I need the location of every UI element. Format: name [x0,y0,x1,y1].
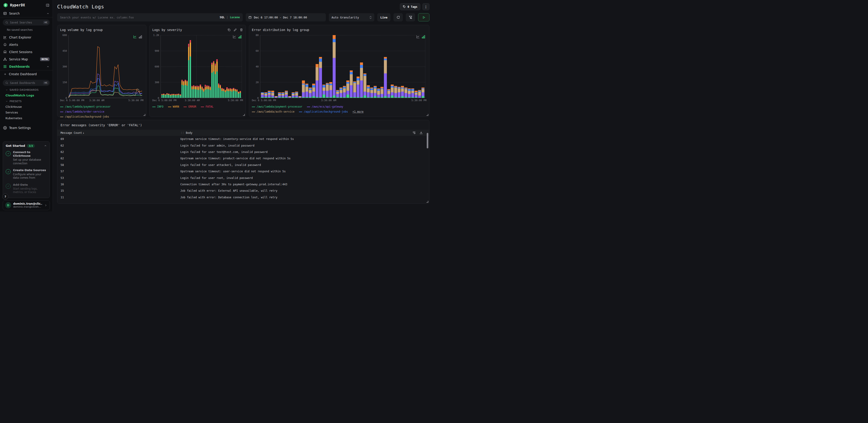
sidebar-item-service-map[interactable]: Service Map BETA [0,56,53,63]
x-axis-label: Dec 6 5:00:00 PM [60,99,84,102]
bar-stack [380,35,383,98]
table-row[interactable]: 57Upstream service timeout: user-service… [57,168,429,175]
bar-stack [360,35,363,98]
refresh-button[interactable] [394,13,403,22]
bar-segment [401,96,404,98]
column-header-message-count[interactable]: Message Count ↓ [57,131,180,135]
table-row[interactable]: 11Job failed with error: Database connec… [57,194,429,201]
sidebar-item-client-sessions[interactable]: Client Sessions [0,48,53,56]
legend-item[interactable]: ERROR [184,104,196,109]
tags-button[interactable]: 0 Tags [400,3,420,10]
sidebar-item-team-settings[interactable]: Team Settings [0,124,53,132]
y-axis-label: 450 [60,50,67,52]
date-range-picker[interactable]: Dec 6 17:00:00 - Dec 7 18:00:00 [246,13,326,22]
saved-dashboards-section-header[interactable]: SAVED DASHBOARDS [0,87,53,92]
bar-stack [322,35,326,98]
bar-segment [391,92,394,95]
sidebar-item-dashboards[interactable]: Dashboards [0,63,53,70]
delete-icon[interactable] [240,28,243,31]
line-view-icon[interactable] [416,35,420,38]
get-started-step-add-data[interactable]: Add Data Start sending logs, metrics, or… [6,183,47,194]
granularity-value: Auto Granularity [332,16,359,19]
resize-handle[interactable] [427,114,428,116]
edit-icon[interactable] [234,28,237,31]
legend-swatch [152,107,156,107]
bar-segment [422,89,425,92]
help-button[interactable]: ? [2,194,8,200]
bar-stack [329,35,332,98]
kebab-menu-button[interactable]: ⋮ [423,3,429,10]
download-icon[interactable] [420,131,423,135]
duplicate-icon[interactable] [227,28,231,31]
table-row[interactable]: 62Login failed for user admin, invalid p… [57,142,429,149]
legend-item[interactable]: /application/background-jobs [299,109,348,114]
bar-segment [387,97,390,98]
table-row[interactable]: 62Upstream service timeout: product-serv… [57,155,429,162]
sidebar-collapse-icon[interactable] [46,3,50,7]
sidebar-item-chart-explorer[interactable]: Chart Explorer [0,34,53,41]
bar-view-icon[interactable] [422,35,425,38]
bar-segment [205,85,206,87]
preset-link-services[interactable]: Services [0,110,53,115]
saved-dashboards-input[interactable]: Saved Dashboards ⌘K [3,80,50,86]
table-row[interactable]: 16Connection timeout after 30s to paymen… [57,181,429,188]
legend-item[interactable]: /aws/lambda/payment-processor [60,104,111,109]
sidebar-item-alerts[interactable]: Alerts [0,41,53,48]
resize-handle[interactable] [144,114,145,116]
legend-item[interactable]: INFO [152,104,163,109]
resize-handle[interactable] [243,114,245,116]
table-row[interactable]: 62Login failed for user test@test.com, i… [57,149,429,155]
table-row[interactable]: 58Login failed for user attacker1, inval… [57,162,429,168]
bar-segment [350,70,353,72]
preset-link-clickhouse[interactable]: ClickHouse [0,104,53,110]
line-view-icon[interactable] [133,35,136,38]
bar-segment [225,90,226,92]
filter-button[interactable] [406,13,415,22]
legend-item[interactable]: WARN [168,104,179,109]
table-row[interactable]: 53Login failed for user root, invalid pa… [57,175,429,181]
legend-more-link[interactable]: +1 more [352,109,364,114]
create-dashboard-button[interactable]: Create Dashboard [0,70,53,78]
dashboard-link-cloudwatch-logs[interactable]: CloudWatch Logs [0,92,53,98]
bar-view-icon[interactable] [139,35,142,38]
bar-segment [166,94,167,98]
get-started-step-connect[interactable]: Connect to ClickHouse Set up your databa… [6,150,47,166]
drag-handle-icon[interactable]: ⋮⋮ [180,132,184,134]
event-search-input[interactable]: Search your events w/ Lucene ex. column:… [57,13,243,22]
run-query-button[interactable] [418,13,429,22]
table-row[interactable]: 69Upstream service timeout: inventory-se… [57,136,429,142]
vertical-scrollbar-thumb[interactable] [427,133,428,148]
chevron-up-icon[interactable] [46,12,50,15]
bar-stack [191,35,193,98]
sql-toggle[interactable]: SQL [220,16,225,19]
legend-item[interactable]: /application/background-jobs [60,114,109,119]
bar-view-icon[interactable] [238,35,242,38]
presets-section-header[interactable]: PRESETS [0,98,53,104]
column-header-body[interactable]: ⋮⋮ Body [180,131,412,135]
date-range-value: Dec 6 17:00:00 - Dec 7 18:00:00 [254,16,307,19]
table-row[interactable]: 15Job failed with error: External API un… [57,188,429,194]
legend-item[interactable]: /aws/lambda/auth-service [252,109,294,114]
legend-item[interactable]: /aws/lambda/order-service [60,109,104,114]
bar-segment [203,89,204,92]
user-menu[interactable]: D dominic.tran@clic... dominic.tran@clic… [3,200,50,210]
wrap-text-icon[interactable] [412,131,416,135]
saved-searches-input[interactable]: Saved Searches ⌘K [3,19,50,26]
chevron-up-icon[interactable] [44,144,47,147]
y-axis-label: 1.2K [152,34,159,37]
bar-segment [370,97,373,98]
chevron-up-icon[interactable] [46,65,50,68]
legend-item[interactable]: /aws/ecs/api-gateway [307,104,343,109]
granularity-select[interactable]: Auto Granularity [329,13,374,22]
get-started-step-sources[interactable]: Create Data Sources Configure where your… [6,168,47,179]
line-view-icon[interactable] [233,35,236,38]
resize-handle[interactable] [427,201,428,203]
legend-item[interactable]: FATAL [201,104,214,109]
bar-segment [380,97,383,98]
lucene-toggle[interactable]: Lucene [230,16,240,19]
live-button[interactable]: Live [377,13,391,22]
legend-item[interactable]: /aws/lambda/payment-processor [252,104,302,109]
bar-segment [309,93,312,97]
sidebar-item-search[interactable]: Search [0,10,53,17]
preset-link-kubernetes[interactable]: Kubernetes [0,115,53,121]
